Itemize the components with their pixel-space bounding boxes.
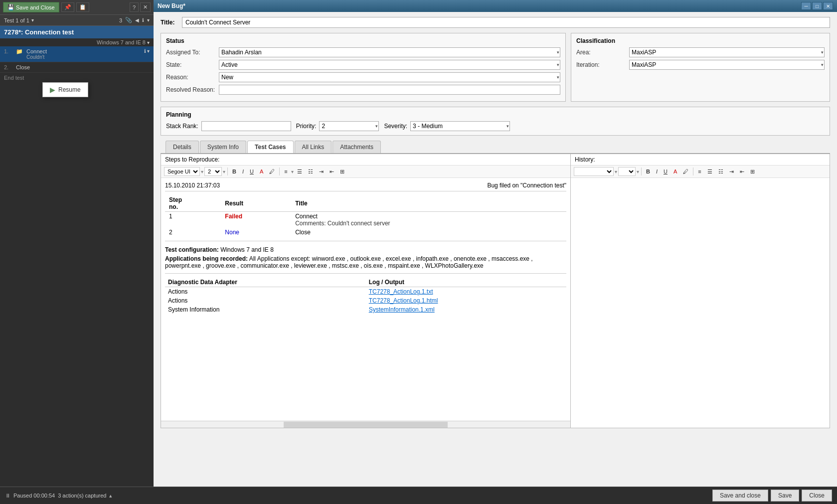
font-family-select[interactable]: Segoe UI bbox=[164, 167, 200, 176]
state-row: State: Active ▾ bbox=[166, 60, 560, 70]
status-label: Status bbox=[166, 37, 560, 44]
state-select[interactable]: Active bbox=[219, 60, 560, 70]
hist-ol[interactable]: ☷ bbox=[716, 168, 726, 176]
stack-rank-input[interactable] bbox=[201, 121, 291, 131]
iteration-row: Iteration: MaxiASP ▾ bbox=[576, 60, 825, 70]
title-input[interactable] bbox=[182, 17, 830, 28]
form-area: Title: Status Assigned To: Bahadin Arsla… bbox=[154, 12, 837, 504]
hist-font-size[interactable] bbox=[618, 167, 636, 176]
history-content-area bbox=[571, 178, 830, 428]
tab-test-cases[interactable]: Test Cases bbox=[247, 141, 293, 153]
nav-arrows[interactable]: ◀ bbox=[135, 17, 139, 23]
nav-arrows2[interactable]: ▾ bbox=[147, 17, 150, 23]
test-subtitle: Windows 7 and IE 8 ▾ bbox=[0, 38, 154, 46]
ol-button[interactable]: ☷ bbox=[306, 168, 316, 176]
priority-label: Priority: bbox=[296, 123, 317, 130]
underline-button[interactable]: U bbox=[247, 168, 256, 175]
indent-button[interactable]: ⇥ bbox=[317, 168, 326, 176]
hist-underline[interactable]: U bbox=[661, 168, 670, 175]
hist-font-family[interactable] bbox=[574, 167, 614, 176]
resume-label: Resume bbox=[58, 86, 81, 93]
end-test-label: End test bbox=[0, 73, 154, 83]
rt-div-3: ▾ bbox=[291, 169, 294, 174]
close-button[interactable]: Close bbox=[802, 490, 832, 502]
tab-attachments[interactable]: Attachments bbox=[333, 141, 381, 153]
diagnostic-table: Diagnostic Data Adapter Log / Output Act… bbox=[165, 278, 566, 314]
save-and-close-button[interactable]: Save and close bbox=[712, 490, 768, 502]
col-step: Stepno. bbox=[165, 195, 221, 212]
table-button[interactable]: ⊞ bbox=[337, 168, 347, 176]
area-select[interactable]: MaxiASP bbox=[629, 47, 825, 57]
col-result: Result bbox=[221, 195, 291, 212]
resolved-reason-input[interactable] bbox=[219, 85, 560, 95]
toolbar-pin-button[interactable]: 📌 bbox=[61, 2, 74, 12]
hist-bold[interactable]: B bbox=[644, 168, 653, 175]
iteration-select[interactable]: MaxiASP bbox=[629, 60, 825, 70]
hist-color[interactable]: A bbox=[671, 168, 679, 175]
title-row: Title: bbox=[161, 17, 830, 28]
config-arrow[interactable]: ▾ bbox=[147, 40, 150, 45]
step-item-1[interactable]: 1. 📁 Connect Couldn't ℹ ▾ bbox=[0, 46, 154, 62]
priority-select[interactable]: 2 bbox=[319, 121, 379, 131]
outdent-button[interactable]: ⇤ bbox=[327, 168, 336, 176]
minimize-button[interactable]: ─ bbox=[801, 2, 811, 10]
area-label: Area: bbox=[576, 49, 626, 56]
scrollbar-thumb[interactable] bbox=[284, 422, 447, 428]
toolbar-copy-button[interactable]: 📋 bbox=[76, 2, 89, 12]
hist-highlight[interactable]: 🖊 bbox=[680, 168, 691, 175]
folder-icon: 📁 bbox=[16, 48, 23, 55]
steps-h-scrollbar[interactable] bbox=[161, 421, 570, 428]
tab-all-links[interactable]: All Links bbox=[295, 141, 332, 153]
diag-log-link-2[interactable]: TC7278_ActionLog.1.html bbox=[369, 297, 438, 304]
close-window-button[interactable]: ✕ bbox=[823, 2, 833, 10]
left-panel: 💾 Save and Close 📌 📋 ? ✕ Test 1 of 1 ▾ 3… bbox=[0, 0, 154, 504]
diag-log-link-1[interactable]: TC7278_ActionLog.1.txt bbox=[369, 288, 433, 295]
table-row: 1 Failed Connect Comments: Couldn't conn… bbox=[165, 212, 566, 228]
test-config-value: Windows 7 and IE 8 bbox=[220, 246, 274, 253]
step-num-2: 2. bbox=[4, 64, 14, 70]
step-2-title: Close bbox=[291, 228, 566, 237]
maximize-button[interactable]: □ bbox=[812, 2, 822, 10]
tab-system-info[interactable]: System Info bbox=[200, 141, 246, 153]
assigned-to-select[interactable]: Bahadin Arslan bbox=[219, 47, 560, 57]
toolbar-close-button[interactable]: ✕ bbox=[140, 2, 151, 12]
info-button[interactable]: ℹ bbox=[142, 17, 144, 23]
align-button[interactable]: ≡ bbox=[282, 168, 290, 175]
planning-label: Planning bbox=[166, 111, 825, 118]
step1-info[interactable]: ℹ bbox=[144, 48, 146, 54]
highlight-button[interactable]: 🖊 bbox=[267, 168, 277, 175]
bold-button[interactable]: B bbox=[230, 168, 239, 175]
save-button[interactable]: Save bbox=[771, 490, 799, 502]
italic-button[interactable]: I bbox=[240, 168, 246, 175]
rt-divider-1: ▾ bbox=[201, 169, 203, 174]
hist-outdent[interactable]: ⇤ bbox=[737, 168, 747, 176]
step1-arrow[interactable]: ▾ bbox=[147, 48, 150, 54]
test-steps: 1. 📁 Connect Couldn't ℹ ▾ 2. Close End t… bbox=[0, 46, 154, 504]
hist-rt-div2 bbox=[693, 168, 693, 175]
test-nav-arrow[interactable]: ▾ bbox=[31, 17, 34, 23]
save-close-button[interactable]: 💾 Save and Close bbox=[3, 2, 59, 12]
rt-div-2 bbox=[279, 168, 280, 175]
resume-popup[interactable]: ▶ Resume bbox=[42, 82, 88, 97]
hist-ul[interactable]: ☰ bbox=[705, 168, 715, 176]
window-controls: ─ □ ✕ bbox=[801, 2, 833, 10]
toolbar-right: ? ✕ bbox=[130, 2, 151, 12]
hist-italic[interactable]: I bbox=[654, 168, 660, 175]
hist-indent[interactable]: ⇥ bbox=[727, 168, 736, 176]
reason-select[interactable]: New bbox=[219, 72, 560, 82]
tab-details[interactable]: Details bbox=[166, 141, 199, 153]
step-item-2[interactable]: 2. Close bbox=[0, 62, 154, 73]
diag-adapter-3: System Information bbox=[165, 305, 366, 314]
severity-select[interactable]: 3 - Medium bbox=[410, 121, 510, 131]
table-row: Actions TC7278_ActionLog.1.html bbox=[165, 296, 566, 305]
window-titlebar: New Bug* ─ □ ✕ bbox=[154, 0, 837, 12]
hist-table[interactable]: ⊞ bbox=[748, 168, 757, 176]
font-size-select[interactable]: 2 bbox=[204, 167, 222, 176]
ul-button[interactable]: ☰ bbox=[295, 168, 305, 176]
diag-log-link-3[interactable]: SystemInformation.1.xml bbox=[369, 306, 435, 313]
hist-align[interactable]: ≡ bbox=[695, 168, 703, 175]
test-config-label: Test configuration: bbox=[165, 246, 219, 253]
font-color-button[interactable]: A bbox=[257, 168, 266, 175]
step-1-result: Failed bbox=[221, 212, 291, 228]
toolbar-help-button[interactable]: ? bbox=[130, 2, 139, 12]
